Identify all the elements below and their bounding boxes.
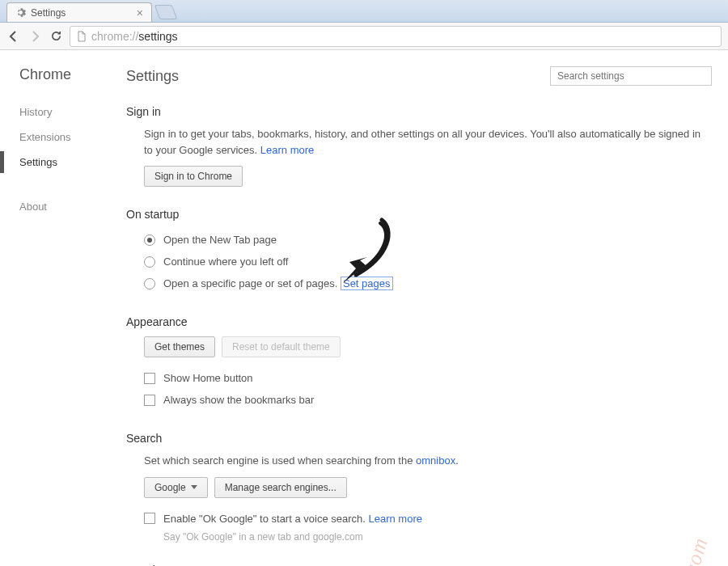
- learn-more-link[interactable]: Learn more: [368, 513, 421, 525]
- checkbox-icon: [144, 373, 155, 384]
- tab-strip: Settings ×: [0, 0, 728, 23]
- section-heading: People: [126, 564, 712, 567]
- page-icon: [77, 31, 87, 42]
- radio-label: Open the New Tab page: [163, 234, 277, 246]
- startup-radio-specific[interactable]: Open a specific page or set of pages. Se…: [144, 272, 712, 294]
- section-heading: On startup: [126, 208, 712, 221]
- section-signin: Sign in Sign in to get your tabs, bookma…: [126, 105, 712, 187]
- ok-google-checkbox[interactable]: Enable "Ok Google" to start a voice sear…: [144, 508, 712, 530]
- signin-description: Sign in to get your tabs, bookmarks, his…: [144, 126, 712, 158]
- search-engine-dropdown[interactable]: Google: [144, 477, 208, 498]
- section-appearance: Appearance Get themes Reset to default t…: [126, 315, 712, 411]
- sidebar-item-history[interactable]: History: [19, 99, 113, 125]
- radio-icon: [144, 256, 155, 268]
- browser-tab[interactable]: Settings ×: [6, 2, 152, 22]
- sidebar: Chrome History Extensions Settings About: [0, 50, 113, 566]
- section-heading: Search: [126, 432, 712, 445]
- ok-google-hint: Say "Ok Google" in a new tab and google.…: [144, 531, 712, 543]
- section-people: People: [126, 564, 712, 567]
- startup-radio-continue[interactable]: Continue where you left off: [144, 251, 712, 272]
- startup-radio-newtab[interactable]: Open the New Tab page: [144, 229, 712, 251]
- omnibox-link[interactable]: omnibox: [416, 454, 455, 467]
- reload-button[interactable]: [49, 29, 63, 44]
- section-heading: Appearance: [126, 315, 712, 328]
- radio-icon: [144, 234, 155, 246]
- search-settings-input[interactable]: [550, 66, 712, 86]
- close-icon[interactable]: ×: [137, 6, 143, 19]
- tab-title: Settings: [31, 7, 132, 19]
- content: Chrome History Extensions Settings About…: [0, 50, 728, 566]
- checkbox-label: Enable "Ok Google" to start a voice sear…: [163, 513, 422, 525]
- radio-icon: [144, 278, 155, 289]
- reset-theme-button[interactable]: Reset to default theme: [222, 336, 341, 357]
- set-pages-link[interactable]: Set pages: [341, 277, 393, 290]
- checkbox-icon: [144, 513, 155, 524]
- forward-button[interactable]: [28, 29, 42, 44]
- get-themes-button[interactable]: Get themes: [144, 336, 215, 357]
- url-text: chrome://settings: [91, 30, 178, 43]
- radio-label: Continue where you left off: [163, 256, 288, 268]
- new-tab-button[interactable]: [154, 5, 178, 19]
- section-startup: On startup Open the New Tab page Continu…: [126, 208, 712, 294]
- back-button[interactable]: [6, 29, 21, 44]
- search-description: Set which search engine is used when sea…: [144, 453, 712, 469]
- signin-button[interactable]: Sign in to Chrome: [144, 166, 243, 187]
- radio-label: Open a specific page or set of pages. Se…: [163, 277, 393, 289]
- gear-icon: [15, 7, 26, 18]
- checkbox-icon: [144, 395, 155, 406]
- sidebar-brand: Chrome: [19, 66, 113, 83]
- section-search: Search Set which search engine is used w…: [126, 432, 712, 543]
- sidebar-item-extensions[interactable]: Extensions: [19, 125, 113, 150]
- manage-search-engines-button[interactable]: Manage search engines...: [214, 477, 347, 498]
- toolbar: chrome://settings: [0, 23, 728, 50]
- checkbox-label: Show Home button: [163, 372, 253, 384]
- checkbox-label: Always show the bookmarks bar: [163, 394, 314, 406]
- section-heading: Sign in: [126, 105, 712, 118]
- page-title: Settings: [126, 68, 179, 85]
- sidebar-item-settings[interactable]: Settings: [19, 150, 113, 175]
- main-panel: Settings Sign in Sign in to get your tab…: [113, 50, 728, 566]
- omnibox[interactable]: chrome://settings: [70, 26, 722, 47]
- learn-more-link[interactable]: Learn more: [260, 144, 314, 156]
- sidebar-item-about[interactable]: About: [19, 194, 113, 219]
- show-bookmarks-checkbox[interactable]: Always show the bookmarks bar: [144, 389, 712, 411]
- show-home-checkbox[interactable]: Show Home button: [144, 367, 712, 389]
- chevron-down-icon: [191, 485, 197, 489]
